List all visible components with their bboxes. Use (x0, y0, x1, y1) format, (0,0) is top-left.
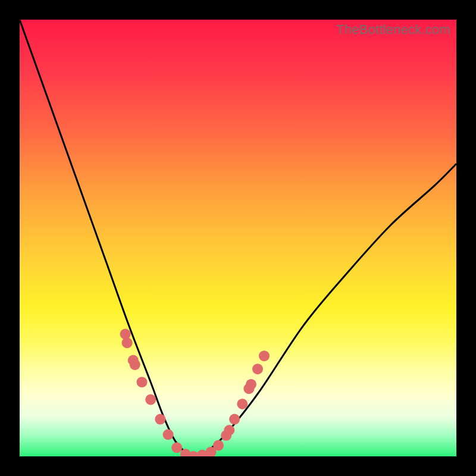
marker-point (259, 350, 270, 361)
marker-point (137, 377, 148, 387)
marker-point (163, 429, 174, 440)
marker-point (237, 399, 248, 409)
marker-point (145, 394, 156, 405)
marker-point (213, 440, 224, 451)
marker-point (229, 414, 240, 425)
marker-point (252, 364, 263, 374)
marker-point (171, 442, 182, 453)
marker-group (120, 329, 270, 457)
marker-point (155, 414, 165, 425)
marker-point (122, 337, 133, 348)
plot-area: TheBottleneck.com (20, 20, 456, 456)
marker-point (246, 379, 256, 390)
bottleneck-curve (20, 20, 456, 456)
watermark-text: TheBottleneck.com (336, 22, 450, 37)
marker-point (130, 359, 140, 370)
outer-frame: TheBottleneck.com (0, 0, 476, 476)
chart-svg (20, 20, 456, 456)
marker-point (224, 425, 234, 436)
